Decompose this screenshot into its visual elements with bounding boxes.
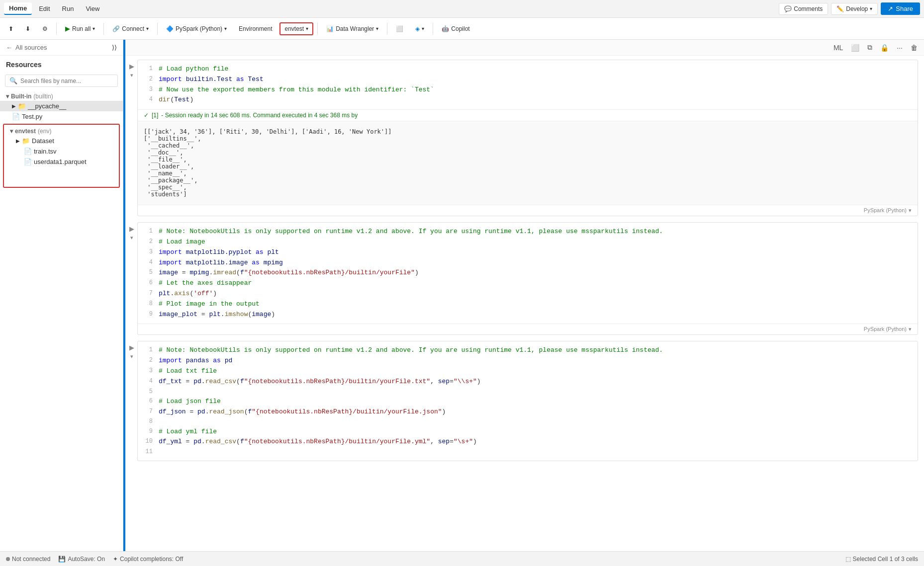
cell-3-run-btn[interactable]: ▶ — [129, 344, 134, 351]
envtest-group[interactable]: ▾ envtest (env) — [4, 125, 119, 136]
gear-icon: ⚙ — [42, 25, 48, 32]
connect-icon: 🔗 — [112, 25, 120, 32]
dataset-expand-icon: ▶ — [16, 138, 20, 144]
train-tsv-file[interactable]: 📄 train.tsv — [4, 146, 119, 157]
menu-home[interactable]: Home — [4, 2, 32, 15]
train-file-icon: 📄 — [24, 148, 32, 155]
copilot-button[interactable]: 🤖 Copilot — [437, 23, 474, 35]
run-all-button[interactable]: ▶ Run all ▾ — [61, 22, 99, 35]
cell-1-num: [1] — [152, 112, 158, 119]
copilot-icon: 🤖 — [442, 25, 449, 32]
userdata-file-icon: 📄 — [24, 158, 32, 165]
cell-1-footer[interactable]: PySpark (Python) ▾ — [138, 205, 918, 216]
menu-bar: Home Edit Run View 💬 Comments ✏️ Develop… — [0, 0, 924, 18]
search-box[interactable]: 🔍 — [5, 75, 118, 87]
share-icon: ↗ — [888, 5, 893, 12]
cell-2-footer[interactable]: PySpark (Python) ▾ — [138, 323, 918, 334]
toolbar: ⬆ ⬇ ⚙ ▶ Run all ▾ 🔗 Connect ▾ 🔷 PySpark … — [0, 18, 924, 40]
cell-1: 1# Load python file 2import builtin.Test… — [137, 60, 918, 216]
cell-2-collapse-btn[interactable]: ▾ — [130, 235, 133, 241]
copilot-status: ✦ Copilot completions: Off — [113, 556, 183, 563]
cell-2-footer-chevron[interactable]: ▾ — [909, 326, 912, 332]
connect-button[interactable]: 🔗 Connect ▾ — [108, 23, 153, 35]
pycache-folder[interactable]: ▶ 📁 __pycache__ — [0, 101, 123, 111]
settings-button[interactable]: ⚙ — [38, 23, 52, 35]
envtest-section: ▾ envtest (env) ▶ 📁 Dataset 📄 train.tsv … — [3, 124, 120, 188]
menu-view[interactable]: View — [81, 3, 104, 14]
connect-chevron-icon: ▾ — [146, 26, 149, 31]
sep5 — [387, 23, 387, 35]
menu-run[interactable]: Run — [57, 3, 79, 14]
toolbar-more-icon[interactable]: ··· — [894, 42, 905, 53]
cell-3-wrapper: ▶ ▾ 1# Note: NotebookUtils is only suppo… — [129, 341, 918, 461]
cell-3: 1# Note: NotebookUtils is only supported… — [137, 341, 918, 461]
cell-1-footer-chevron[interactable]: ▾ — [909, 207, 912, 214]
toolbar-delete-icon[interactable]: 🗑 — [908, 42, 920, 53]
cell-1-code: 1# Load python file 2import builtin.Test… — [138, 60, 918, 109]
pyspark-icon: 🔷 — [166, 25, 174, 32]
share-button[interactable]: ↗ Share — [881, 2, 920, 15]
download-button[interactable]: ⬇ — [21, 23, 35, 35]
run-icon: ▶ — [65, 25, 70, 32]
connection-status: Not connected — [6, 556, 50, 563]
builtin-group[interactable]: ▾ Built-in (builtin) — [0, 90, 123, 101]
comments-button[interactable]: 💬 Comments — [779, 3, 828, 15]
run-all-chevron-icon: ▾ — [92, 26, 95, 31]
vscode-icon: ◈ — [415, 25, 420, 32]
cell-1-status: ✓ [1] - Session ready in 14 sec 608 ms. … — [138, 109, 918, 121]
develop-button[interactable]: ✏️ Develop ▾ — [831, 3, 878, 15]
download-icon: ⬇ — [25, 25, 30, 32]
main-area: ← All sources ⟩⟩ Resources 🔍 ▾ Built-in … — [0, 40, 924, 551]
cell-select-icon: ⬚ — [845, 556, 851, 563]
envtest-chevron-icon: ▾ — [10, 128, 13, 135]
pyspark-button[interactable]: 🔷 PySpark (Python) ▾ — [162, 23, 231, 35]
editor-toolbar: ML ⬜ ⧉ 🔒 ··· 🗑 — [125, 40, 924, 56]
cell-3-collapse-btn[interactable]: ▾ — [130, 353, 133, 360]
sidebar: ← All sources ⟩⟩ Resources 🔍 ▾ Built-in … — [0, 40, 123, 551]
menu-edit[interactable]: Edit — [34, 3, 55, 14]
testpy-file[interactable]: 📄 Test.py — [0, 111, 123, 122]
sep2 — [103, 23, 104, 35]
sidebar-back-header[interactable]: ← All sources ⟩⟩ — [0, 40, 123, 56]
builtin-chevron-icon: ▾ — [6, 93, 9, 100]
collapse-icon[interactable]: ⟩⟩ — [112, 44, 117, 51]
dataset-folder[interactable]: ▶ 📁 Dataset — [4, 136, 119, 146]
status-bar: Not connected 💾 AutoSave: On ✦ Copilot c… — [0, 551, 924, 566]
file-icon: 📄 — [12, 113, 20, 120]
sep4 — [317, 23, 318, 35]
back-icon: ← — [6, 44, 12, 51]
toolbar-ml-icon[interactable]: ML — [831, 42, 845, 53]
cell-2-run-btn[interactable]: ▶ — [129, 225, 134, 233]
cell-1-run-btn[interactable]: ▶ — [129, 63, 134, 70]
pyspark-chevron-icon: ▾ — [224, 26, 227, 31]
cell-3-code: 1# Note: NotebookUtils is only supported… — [138, 341, 918, 461]
connection-dot — [6, 557, 10, 561]
expand-chevron-icon: ▶ — [12, 103, 16, 109]
sidebar-title: Resources — [0, 56, 123, 72]
cell-1-collapse-btn[interactable]: ▾ — [130, 72, 133, 79]
cell-1-output: [['jack', 34, '36'], ['Riti', 30, 'Delhi… — [138, 121, 918, 205]
split-button[interactable]: ⬜ — [391, 23, 408, 35]
copilot-status-icon: ✦ — [113, 556, 118, 563]
autosave-status: 💾 AutoSave: On — [58, 556, 105, 563]
data-wrangler-button[interactable]: 📊 Data Wrangler ▾ — [322, 23, 383, 35]
cell-1-status-check: ✓ — [144, 112, 149, 119]
selected-cells-status: ⬚ Selected Cell 1 of 3 cells — [845, 556, 918, 563]
search-input[interactable] — [20, 78, 113, 84]
envtest-button[interactable]: envtest ▾ — [279, 22, 313, 35]
develop-chevron-icon: ▾ — [870, 6, 872, 11]
envtest-chevron-icon: ▾ — [306, 26, 308, 31]
dataset-folder-icon: 📁 — [22, 137, 30, 145]
toolbar-copy-icon[interactable]: ⧉ — [865, 42, 875, 53]
userdata-parquet-file[interactable]: 📄 userdata1.parquet — [4, 157, 119, 167]
add-cell-button[interactable]: ⬆ — [4, 23, 18, 35]
vscode-button[interactable]: ◈ ▾ — [411, 23, 429, 35]
toolbar-lock-icon[interactable]: 🔒 — [878, 42, 891, 53]
sep3 — [157, 23, 158, 35]
sep6 — [433, 23, 433, 35]
sep1 — [56, 23, 57, 35]
toolbar-format-icon[interactable]: ⬜ — [848, 42, 862, 53]
data-wrangler-chevron-icon: ▾ — [376, 26, 378, 31]
search-icon: 🔍 — [9, 77, 17, 84]
cell-2-code: 1# Note: NotebookUtils is only supported… — [138, 223, 918, 323]
